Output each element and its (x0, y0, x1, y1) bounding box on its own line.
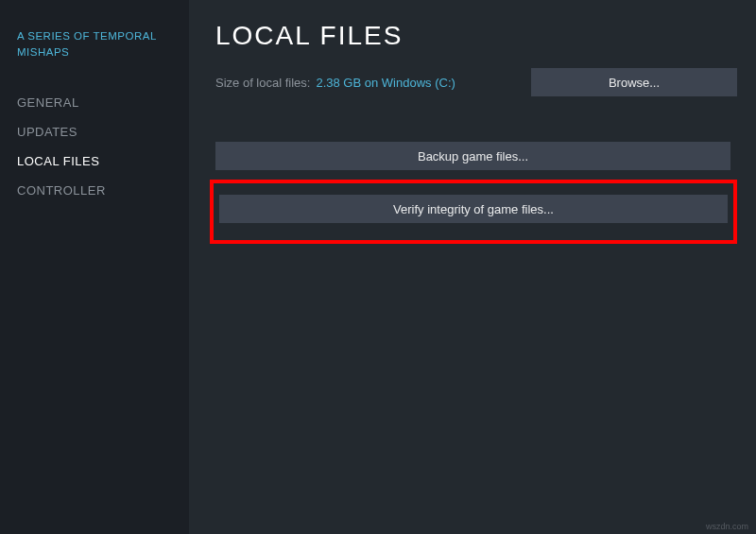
nav-list: GENERAL UPDATES LOCAL FILES CONTROLLER (17, 88, 172, 205)
sidebar-item-local-files[interactable]: LOCAL FILES (17, 146, 172, 176)
size-row: Size of local files: 2.38 GB on Windows … (215, 68, 737, 96)
verify-integrity-button[interactable]: Verify integrity of game files... (219, 195, 728, 223)
sidebar: A SERIES OF TEMPORAL MISHAPS GENERAL UPD… (0, 0, 189, 534)
sidebar-item-updates[interactable]: UPDATES (17, 117, 172, 146)
size-label: Size of local files: (215, 76, 310, 90)
highlight-annotation: Verify integrity of game files... (210, 180, 737, 244)
game-title: A SERIES OF TEMPORAL MISHAPS (17, 28, 172, 61)
sidebar-item-controller[interactable]: CONTROLLER (17, 176, 172, 205)
browse-button[interactable]: Browse... (531, 68, 737, 96)
page-title: LOCAL FILES (215, 21, 737, 51)
watermark: wszdn.com (706, 522, 748, 531)
backup-button[interactable]: Backup game files... (215, 142, 730, 170)
sidebar-item-general[interactable]: GENERAL (17, 88, 172, 117)
main-content: LOCAL FILES Size of local files: 2.38 GB… (189, 0, 756, 534)
size-value: 2.38 GB on Windows (C:) (316, 76, 455, 90)
